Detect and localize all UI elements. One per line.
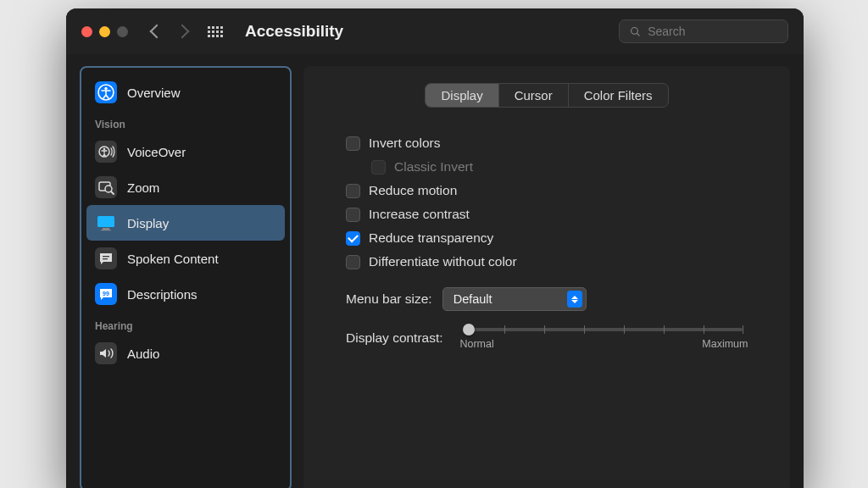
menu-bar-size-popup[interactable]: Default	[442, 287, 587, 311]
slider-knob[interactable]	[463, 324, 475, 336]
reduce-motion-checkbox[interactable]	[346, 184, 360, 198]
popup-stepper-icon	[567, 291, 582, 308]
option-invert-colors: Invert colors	[329, 131, 765, 155]
tab-color-filters[interactable]: Color Filters	[568, 84, 668, 107]
zoom-icon	[95, 176, 117, 198]
audio-icon	[95, 342, 117, 364]
nav-arrows	[152, 26, 187, 36]
titlebar: Accessibility	[66, 8, 804, 54]
diff-without-color-label: Differentiate without color	[369, 254, 517, 269]
sidebar-item-display[interactable]: Display	[86, 205, 285, 241]
window-title: Accessibility	[245, 22, 607, 41]
svg-text:99: 99	[103, 291, 109, 297]
display-contrast-row: Display contrast: Normal	[329, 316, 765, 350]
svg-point-7	[103, 148, 106, 151]
back-button[interactable]	[150, 25, 164, 39]
option-reduce-motion: Reduce motion	[329, 179, 765, 202]
close-icon[interactable]	[81, 26, 92, 37]
sidebar-item-voiceover[interactable]: VoiceOver	[86, 134, 285, 169]
search-icon	[630, 25, 641, 38]
sidebar-item-descriptions[interactable]: 99 Descriptions	[86, 276, 285, 312]
show-all-icon[interactable]	[208, 26, 223, 37]
increase-contrast-label: Increase contrast	[369, 207, 470, 222]
svg-rect-13	[103, 228, 109, 230]
tab-cursor[interactable]: Cursor	[498, 84, 568, 107]
sidebar: Overview Vision VoiceOver Zoom Display	[80, 66, 292, 488]
svg-rect-16	[103, 256, 109, 257]
tab-display[interactable]: Display	[426, 84, 498, 107]
sidebar-section-vision: Vision	[86, 110, 285, 134]
spoken-content-icon	[95, 247, 117, 269]
svg-rect-5	[95, 141, 117, 163]
option-classic-invert: Classic Invert	[329, 155, 765, 179]
sidebar-item-audio[interactable]: Audio	[86, 336, 285, 371]
accessibility-icon	[95, 81, 117, 103]
invert-colors-checkbox[interactable]	[346, 136, 360, 151]
preferences-window: Accessibility Overview Vision VoiceOver	[66, 8, 804, 488]
menu-bar-size-label: Menu bar size:	[346, 291, 432, 307]
classic-invert-label: Classic Invert	[394, 159, 473, 175]
minimize-icon[interactable]	[99, 26, 110, 37]
search-input[interactable]	[648, 25, 777, 38]
zoom-window-icon[interactable]	[117, 26, 128, 37]
display-contrast-label: Display contrast:	[346, 330, 456, 346]
sidebar-section-hearing: Hearing	[86, 312, 285, 336]
sidebar-item-label: Spoken Content	[127, 252, 219, 266]
slider-max-label: Maximum	[702, 338, 748, 350]
option-increase-contrast: Increase contrast	[329, 202, 765, 226]
option-differentiate-without-color: Differentiate without color	[329, 250, 765, 274]
search-field[interactable]	[619, 19, 788, 43]
menu-bar-size-value: Default	[453, 292, 492, 306]
slider-min-label: Normal	[459, 338, 493, 350]
svg-line-1	[637, 33, 639, 36]
invert-colors-label: Invert colors	[369, 136, 440, 151]
classic-invert-checkbox	[371, 160, 386, 175]
reduce-transparency-label: Reduce transparency	[369, 230, 493, 246]
display-icon	[95, 212, 117, 234]
content-pane: Display Cursor Color Filters Invert colo…	[303, 66, 790, 488]
sidebar-item-label: VoiceOver	[127, 145, 186, 159]
voiceover-icon	[95, 141, 117, 163]
diff-without-color-checkbox[interactable]	[346, 255, 360, 269]
svg-point-4	[104, 87, 107, 90]
tab-bar: Display Cursor Color Filters	[329, 83, 765, 108]
sidebar-item-label: Audio	[127, 347, 159, 361]
menu-bar-size-row: Menu bar size: Default	[329, 274, 765, 316]
descriptions-icon: 99	[95, 283, 117, 305]
sidebar-item-label: Display	[127, 216, 169, 230]
increase-contrast-checkbox[interactable]	[346, 208, 360, 222]
svg-point-0	[632, 27, 638, 34]
sidebar-item-overview[interactable]: Overview	[86, 75, 285, 110]
reduce-motion-label: Reduce motion	[369, 183, 457, 198]
option-reduce-transparency: Reduce transparency	[329, 226, 765, 250]
window-controls	[81, 26, 128, 37]
reduce-transparency-checkbox[interactable]	[346, 231, 360, 246]
sidebar-item-zoom[interactable]: Zoom	[86, 169, 285, 205]
sidebar-item-label: Descriptions	[127, 287, 198, 302]
sidebar-item-label: Overview	[127, 86, 181, 100]
svg-rect-17	[103, 258, 108, 259]
forward-button	[175, 25, 190, 39]
sidebar-item-label: Zoom	[127, 180, 159, 195]
svg-rect-14	[101, 230, 111, 230]
display-contrast-slider[interactable]	[465, 328, 743, 331]
sidebar-item-spoken-content[interactable]: Spoken Content	[86, 241, 285, 276]
svg-rect-12	[97, 216, 114, 227]
